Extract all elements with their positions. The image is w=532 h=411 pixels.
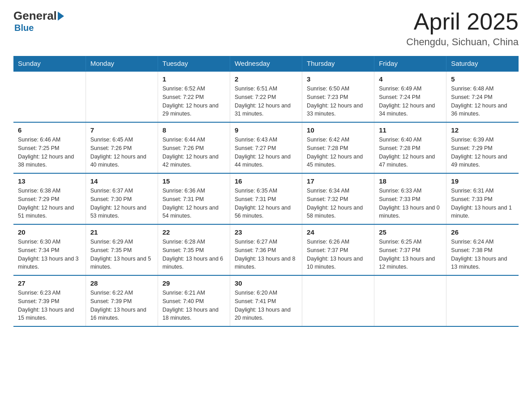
day-number: 12	[451, 126, 514, 134]
day-number: 26	[451, 228, 514, 236]
logo: General	[13, 9, 65, 23]
calendar-cell: 14Sunrise: 6:37 AMSunset: 7:30 PMDayligh…	[86, 173, 158, 224]
calendar-cell: 20Sunrise: 6:30 AMSunset: 7:34 PMDayligh…	[13, 224, 86, 275]
day-number: 30	[235, 279, 297, 287]
calendar-cell: 7Sunrise: 6:45 AMSunset: 7:26 PMDaylight…	[86, 122, 158, 173]
day-header-tuesday: Tuesday	[158, 56, 230, 71]
day-header-friday: Friday	[374, 56, 446, 71]
calendar-cell	[302, 275, 374, 326]
location-subtitle: Chengdu, Sichuan, China	[406, 36, 519, 48]
calendar-cell: 4Sunrise: 6:49 AMSunset: 7:24 PMDaylight…	[374, 71, 446, 122]
day-number: 10	[307, 126, 369, 134]
calendar-cell: 1Sunrise: 6:52 AMSunset: 7:22 PMDaylight…	[158, 71, 230, 122]
day-header-wednesday: Wednesday	[230, 56, 302, 71]
calendar-cell: 8Sunrise: 6:44 AMSunset: 7:26 PMDaylight…	[158, 122, 230, 173]
day-number: 6	[18, 126, 81, 134]
calendar-cell: 25Sunrise: 6:25 AMSunset: 7:37 PMDayligh…	[374, 224, 446, 275]
calendar-cell: 2Sunrise: 6:51 AMSunset: 7:22 PMDaylight…	[230, 71, 302, 122]
calendar-table: SundayMondayTuesdayWednesdayThursdayFrid…	[13, 56, 519, 327]
day-info: Sunrise: 6:37 AMSunset: 7:30 PMDaylight:…	[90, 187, 153, 220]
logo-area: General Blue	[13, 9, 65, 33]
day-info: Sunrise: 6:35 AMSunset: 7:31 PMDaylight:…	[235, 187, 297, 220]
calendar-cell: 21Sunrise: 6:29 AMSunset: 7:35 PMDayligh…	[86, 224, 158, 275]
day-number: 3	[307, 75, 369, 83]
week-row-5: 27Sunrise: 6:23 AMSunset: 7:39 PMDayligh…	[13, 275, 519, 326]
calendar-body: 1Sunrise: 6:52 AMSunset: 7:22 PMDaylight…	[13, 71, 519, 326]
calendar-cell: 29Sunrise: 6:21 AMSunset: 7:40 PMDayligh…	[158, 275, 230, 326]
day-info: Sunrise: 6:26 AMSunset: 7:37 PMDaylight:…	[307, 238, 369, 271]
day-number: 15	[163, 177, 225, 185]
day-info: Sunrise: 6:20 AMSunset: 7:41 PMDaylight:…	[235, 289, 297, 322]
day-number: 22	[163, 228, 225, 236]
calendar-cell: 5Sunrise: 6:48 AMSunset: 7:24 PMDaylight…	[446, 71, 519, 122]
day-info: Sunrise: 6:25 AMSunset: 7:37 PMDaylight:…	[379, 238, 442, 271]
calendar-cell: 28Sunrise: 6:22 AMSunset: 7:39 PMDayligh…	[86, 275, 158, 326]
page-title: April 2025	[406, 9, 519, 34]
day-info: Sunrise: 6:27 AMSunset: 7:36 PMDaylight:…	[235, 238, 297, 271]
day-header-sunday: Sunday	[13, 56, 86, 71]
day-info: Sunrise: 6:28 AMSunset: 7:35 PMDaylight:…	[163, 238, 225, 271]
day-number: 16	[235, 177, 297, 185]
week-row-4: 20Sunrise: 6:30 AMSunset: 7:34 PMDayligh…	[13, 224, 519, 275]
day-info: Sunrise: 6:40 AMSunset: 7:28 PMDaylight:…	[379, 136, 442, 169]
week-row-1: 1Sunrise: 6:52 AMSunset: 7:22 PMDaylight…	[13, 71, 519, 122]
calendar-cell: 26Sunrise: 6:24 AMSunset: 7:38 PMDayligh…	[446, 224, 519, 275]
day-number: 8	[163, 126, 225, 134]
calendar-cell: 18Sunrise: 6:33 AMSunset: 7:33 PMDayligh…	[374, 173, 446, 224]
day-number: 24	[307, 228, 369, 236]
day-number: 25	[379, 228, 442, 236]
day-info: Sunrise: 6:46 AMSunset: 7:25 PMDaylight:…	[18, 136, 81, 169]
day-number: 11	[379, 126, 442, 134]
calendar-cell: 30Sunrise: 6:20 AMSunset: 7:41 PMDayligh…	[230, 275, 302, 326]
day-info: Sunrise: 6:24 AMSunset: 7:38 PMDaylight:…	[451, 238, 514, 271]
calendar-cell: 16Sunrise: 6:35 AMSunset: 7:31 PMDayligh…	[230, 173, 302, 224]
day-number: 7	[90, 126, 153, 134]
day-info: Sunrise: 6:45 AMSunset: 7:26 PMDaylight:…	[90, 136, 153, 169]
day-info: Sunrise: 6:31 AMSunset: 7:33 PMDaylight:…	[451, 187, 514, 220]
calendar-cell	[374, 275, 446, 326]
day-number: 19	[451, 177, 514, 185]
day-number: 9	[235, 126, 297, 134]
calendar-cell: 3Sunrise: 6:50 AMSunset: 7:23 PMDaylight…	[302, 71, 374, 122]
day-info: Sunrise: 6:51 AMSunset: 7:22 PMDaylight:…	[235, 85, 297, 118]
day-number: 28	[90, 279, 153, 287]
day-info: Sunrise: 6:21 AMSunset: 7:40 PMDaylight:…	[163, 289, 225, 322]
day-info: Sunrise: 6:33 AMSunset: 7:33 PMDaylight:…	[379, 187, 442, 220]
calendar-cell: 15Sunrise: 6:36 AMSunset: 7:31 PMDayligh…	[158, 173, 230, 224]
calendar-cell: 13Sunrise: 6:38 AMSunset: 7:29 PMDayligh…	[13, 173, 86, 224]
calendar-cell: 11Sunrise: 6:40 AMSunset: 7:28 PMDayligh…	[374, 122, 446, 173]
day-number: 27	[18, 279, 81, 287]
day-info: Sunrise: 6:30 AMSunset: 7:34 PMDaylight:…	[18, 238, 81, 271]
calendar-cell: 12Sunrise: 6:39 AMSunset: 7:29 PMDayligh…	[446, 122, 519, 173]
day-number: 2	[235, 75, 297, 83]
calendar-cell	[86, 71, 158, 122]
logo-triangle-icon	[58, 12, 64, 21]
day-info: Sunrise: 6:23 AMSunset: 7:39 PMDaylight:…	[18, 289, 81, 322]
day-number: 21	[90, 228, 153, 236]
day-header-thursday: Thursday	[302, 56, 374, 71]
header-row: SundayMondayTuesdayWednesdayThursdayFrid…	[13, 56, 519, 71]
day-number: 13	[18, 177, 81, 185]
day-number: 17	[307, 177, 369, 185]
day-number: 20	[18, 228, 81, 236]
day-number: 29	[163, 279, 225, 287]
day-info: Sunrise: 6:48 AMSunset: 7:24 PMDaylight:…	[451, 85, 514, 118]
calendar-cell: 9Sunrise: 6:43 AMSunset: 7:27 PMDaylight…	[230, 122, 302, 173]
day-info: Sunrise: 6:44 AMSunset: 7:26 PMDaylight:…	[163, 136, 225, 169]
calendar-cell: 6Sunrise: 6:46 AMSunset: 7:25 PMDaylight…	[13, 122, 86, 173]
day-info: Sunrise: 6:50 AMSunset: 7:23 PMDaylight:…	[307, 85, 369, 118]
day-number: 1	[163, 75, 225, 83]
day-info: Sunrise: 6:22 AMSunset: 7:39 PMDaylight:…	[90, 289, 153, 322]
day-number: 5	[451, 75, 514, 83]
day-info: Sunrise: 6:49 AMSunset: 7:24 PMDaylight:…	[379, 85, 442, 118]
calendar-cell	[446, 275, 519, 326]
day-header-monday: Monday	[86, 56, 158, 71]
calendar-cell: 24Sunrise: 6:26 AMSunset: 7:37 PMDayligh…	[302, 224, 374, 275]
calendar-cell: 27Sunrise: 6:23 AMSunset: 7:39 PMDayligh…	[13, 275, 86, 326]
calendar-header: SundayMondayTuesdayWednesdayThursdayFrid…	[13, 56, 519, 71]
day-number: 4	[379, 75, 442, 83]
day-info: Sunrise: 6:38 AMSunset: 7:29 PMDaylight:…	[18, 187, 81, 220]
header: General Blue April 2025 Chengdu, Sichuan…	[13, 9, 519, 48]
day-number: 14	[90, 177, 153, 185]
day-number: 18	[379, 177, 442, 185]
